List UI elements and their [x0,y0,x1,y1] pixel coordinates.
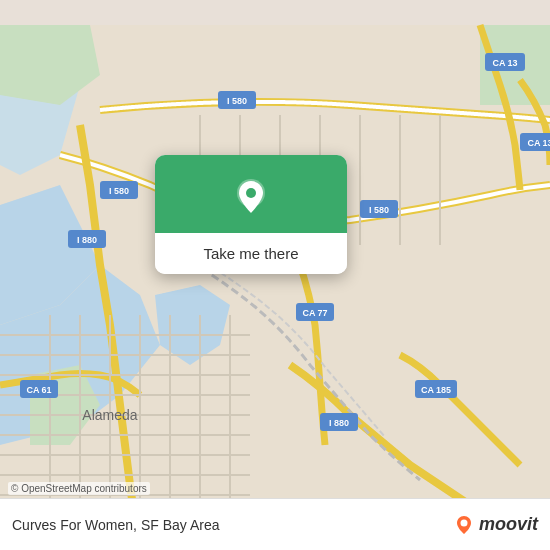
svg-point-55 [246,188,256,198]
svg-text:CA 13: CA 13 [492,58,517,68]
svg-text:I 880: I 880 [77,235,97,245]
svg-text:I 580: I 580 [369,205,389,215]
popup-header [155,155,347,233]
svg-text:I 580: I 580 [227,96,247,106]
svg-text:CA 13: CA 13 [527,138,550,148]
svg-text:CA 61: CA 61 [26,385,51,395]
map-attribution: © OpenStreetMap contributors [8,482,150,495]
bottom-bar: Curves For Women, SF Bay Area moovit [0,498,550,550]
moovit-logo: moovit [453,514,538,536]
moovit-pin-icon [453,514,475,536]
svg-text:CA 77: CA 77 [302,308,327,318]
svg-text:Alameda: Alameda [82,407,137,423]
map-background: I 580 I 580 I 580 CA 13 CA 13 I 880 CA 6… [0,0,550,550]
take-me-there-button[interactable]: Take me there [155,233,347,274]
location-pin-icon [229,175,273,219]
popup-card: Take me there [155,155,347,274]
map-container: I 580 I 580 I 580 CA 13 CA 13 I 880 CA 6… [0,0,550,550]
svg-text:CA 185: CA 185 [421,385,451,395]
svg-text:I 880: I 880 [329,418,349,428]
svg-point-56 [460,519,467,526]
svg-text:I 580: I 580 [109,186,129,196]
location-name: Curves For Women, SF Bay Area [12,517,219,533]
moovit-logo-text: moovit [479,514,538,535]
